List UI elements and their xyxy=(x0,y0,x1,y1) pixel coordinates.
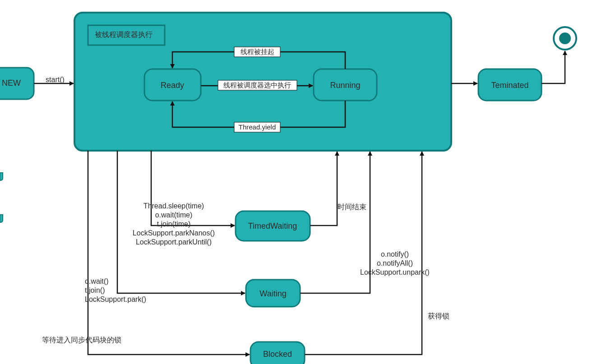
edge-timed-end-label: 时间结束 xyxy=(338,203,366,211)
thread-state-diagram: 被线程调度器执行 NEW start() Ready Running 线程被调度… xyxy=(0,0,597,364)
edge-to-timed-l4: LockSupport.parkNanos() xyxy=(133,229,215,237)
edge-from-waiting-l1: o.notify() xyxy=(381,250,409,258)
state-waiting-label: Waiting xyxy=(259,289,286,298)
edge-from-waiting-l2: o.notifyAll() xyxy=(377,259,413,267)
edge-to-final xyxy=(541,51,565,83)
edge-to-waiting-l3: LockSupport.park() xyxy=(85,295,146,303)
edge-start-label: start() xyxy=(46,76,65,83)
state-terminated-label: Teminated xyxy=(491,81,528,90)
state-new-label: NEW xyxy=(2,78,21,88)
edge-from-blocked-label: 获得锁 xyxy=(428,312,449,320)
edge-yield-label: Thread.yield xyxy=(239,123,276,131)
edge-selected-run-label: 线程被调度器选中执行 xyxy=(223,81,291,89)
state-ready-label: Ready xyxy=(161,81,184,90)
edge-to-timed-l1: Thread.sleep(time) xyxy=(143,202,204,210)
edge-suspended-label: 线程被挂起 xyxy=(241,48,274,55)
edge-to-timed-l2: o.wait(time) xyxy=(155,211,193,219)
edge-to-timed-l3: t.join(time) xyxy=(157,220,191,228)
final-node-inner xyxy=(559,32,571,44)
cropped-fragment-1 xyxy=(0,173,3,180)
state-blocked-label: Blocked xyxy=(263,350,292,359)
state-running-label: Running xyxy=(330,81,360,90)
edge-to-blocked xyxy=(88,151,250,355)
edge-from-timedwaiting xyxy=(310,152,337,226)
edge-to-timed-l5: LockSupport.parkUntil() xyxy=(136,238,212,246)
state-timedwaiting-label: TimedWaiting xyxy=(248,221,297,230)
edge-to-blocked-label: 等待进入同步代码块的锁 xyxy=(42,336,121,344)
scheduler-title: 被线程调度器执行 xyxy=(95,31,153,38)
cropped-fragment-2 xyxy=(0,215,3,222)
edge-from-waiting-l3: LockSupport.unpark() xyxy=(360,268,430,276)
